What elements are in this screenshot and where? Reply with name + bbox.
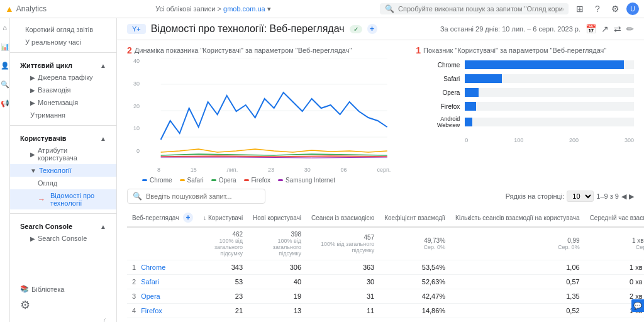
bar-label: Firefox bbox=[416, 103, 460, 110]
explore-icon[interactable]: 🔍 bbox=[1, 80, 9, 89]
col-users[interactable]: ↓ Користувачі bbox=[198, 209, 248, 227]
data-table: Веб-переглядач + ↓ Користувачі Нові кори… bbox=[127, 209, 644, 322]
people-icon[interactable]: 👤 bbox=[1, 61, 9, 70]
legend-item-chrome: Chrome bbox=[142, 177, 172, 184]
sidebar-item-traffic[interactable]: ▶ Джерела трафіку bbox=[10, 71, 116, 84]
bar-label: Chrome bbox=[416, 62, 460, 69]
legend-dot-safari bbox=[180, 179, 185, 181]
sidebar-item-short-overview[interactable]: Короткий огляд звітів bbox=[10, 23, 116, 36]
col-dimension: Веб-переглядач + bbox=[127, 209, 198, 227]
bar-fill bbox=[465, 118, 472, 126]
add-button[interactable]: + bbox=[367, 24, 377, 34]
y-axis: 40 30 20 10 0 bbox=[127, 58, 140, 154]
logo: ▲ Analytics bbox=[5, 4, 47, 14]
bar-fill bbox=[465, 60, 624, 69]
total-engagement: 49,73% Сер. 0% bbox=[379, 227, 450, 260]
bar-row-firefox: Firefox bbox=[416, 102, 634, 111]
sidebar-item-overview[interactable]: Огляд bbox=[10, 177, 116, 189]
compare-icon[interactable]: ⇄ bbox=[614, 24, 621, 34]
table-row: 1Chrome 343 306 363 53,54% 1,06 1 хв 57 … bbox=[127, 260, 644, 275]
table-row: 3Opera 23 19 31 42,47% 1,35 2 хв 13 с bbox=[127, 289, 644, 304]
charts-area: 2 Динаміка показника "Користувачі" за па… bbox=[117, 45, 644, 184]
bar-fill bbox=[465, 74, 502, 83]
collapse-button[interactable]: 〈 bbox=[10, 314, 116, 322]
sidebar-settings[interactable]: ⚙ bbox=[10, 296, 116, 314]
sidebar-item-technologies[interactable]: ▼ Технології bbox=[10, 164, 116, 177]
add-dimension-button[interactable]: + bbox=[183, 213, 193, 223]
domain-info: Усі облікові записи > gmob.com.ua ▾ bbox=[52, 5, 375, 13]
calendar-icon[interactable]: 📅 bbox=[586, 24, 596, 34]
search-icon: 🔍 bbox=[133, 192, 142, 201]
sidebar-item-label: Search Console bbox=[38, 235, 87, 242]
sidebar-category-lifecycle[interactable]: Життєвий цикл ▲ bbox=[10, 57, 116, 71]
grid-icon[interactable]: ⊞ bbox=[574, 3, 586, 15]
row-num: 3Opera bbox=[127, 289, 198, 304]
prev-page-icon[interactable]: ◀ bbox=[621, 192, 626, 201]
help-icon[interactable]: ? bbox=[591, 3, 604, 15]
sidebar-category-search-console[interactable]: Search Console ▲ bbox=[10, 218, 116, 232]
status-badge: ✓ bbox=[350, 25, 362, 33]
library-icon: 📚 bbox=[20, 285, 29, 293]
sidebar-item-user-attributes[interactable]: ▶ Атрибути користувача bbox=[10, 144, 116, 164]
share-icon[interactable]: ↗ bbox=[601, 24, 609, 34]
bar-axis: 0 100 200 300 bbox=[416, 137, 634, 143]
bar-track bbox=[465, 118, 634, 126]
bar-row-safari: Safari bbox=[416, 74, 634, 83]
line-chart: 40 30 20 10 0 bbox=[127, 58, 406, 167]
sidebar-library[interactable]: 📚 Бібліотека bbox=[10, 282, 116, 296]
total-sessions-per-user: 0,99 Сер. 0% bbox=[450, 227, 585, 260]
sidebar-item-label: Огляд bbox=[38, 179, 57, 187]
pagination-info: 1–9 з 9 bbox=[596, 192, 619, 200]
chart-left-label: 2 Динаміка показника "Користувачі" за па… bbox=[127, 45, 406, 55]
chart-icon[interactable]: 📊 bbox=[1, 42, 9, 51]
home-icon[interactable]: ⌂ bbox=[1, 23, 9, 32]
domain-dropdown[interactable]: ▾ bbox=[267, 5, 271, 13]
sidebar-item-label: Утримання bbox=[30, 111, 65, 119]
sidebar-item-retention[interactable]: Утримання bbox=[10, 109, 116, 121]
line-chart-svg bbox=[142, 58, 406, 165]
table-search-input[interactable] bbox=[146, 192, 260, 200]
bar-track bbox=[465, 88, 634, 97]
sidebar-divider-2 bbox=[10, 125, 116, 126]
chevron-right-icon: ▶ bbox=[30, 235, 35, 242]
sidebar-item-tech-details[interactable]: → Відомості про технології bbox=[10, 189, 116, 209]
row-num: 1Chrome bbox=[127, 260, 198, 275]
browser-link[interactable]: Firefox bbox=[141, 307, 162, 314]
total-users: 462 100% від загального підсумку bbox=[198, 227, 248, 260]
table-controls: 🔍 Рядків на сторінці: 10 25 50 1–9 з 9 ◀… bbox=[127, 189, 634, 204]
legend-item-opera: Opera bbox=[211, 177, 236, 184]
bar-fill bbox=[465, 88, 478, 97]
sidebar-item-interactions[interactable]: ▶ Взаємодія bbox=[10, 84, 116, 96]
chat-icon[interactable]: 💬 bbox=[631, 299, 644, 312]
bar-chart-container: 1 Показник "Користувачі" за параметром "… bbox=[416, 45, 634, 184]
sidebar-category-users[interactable]: Користувачів ▲ bbox=[10, 130, 116, 144]
browser-link[interactable]: Chrome bbox=[141, 264, 165, 271]
sidebar-item-monetization[interactable]: ▶ Монетизація bbox=[10, 96, 116, 109]
browser-link[interactable]: Safari bbox=[141, 278, 159, 286]
domain-link[interactable]: gmob.com.ua bbox=[223, 5, 265, 13]
row-num: 5Android Webview bbox=[127, 318, 198, 323]
next-page-icon[interactable]: ▶ bbox=[629, 192, 634, 201]
bar-chart: Chrome Safari Opera bbox=[416, 58, 634, 136]
legend-item-firefox: Firefox bbox=[244, 177, 271, 184]
avatar[interactable]: U bbox=[626, 3, 639, 15]
settings-icon[interactable]: ⚙ bbox=[609, 3, 621, 15]
table-row: 4Firefox 21 13 11 14,86% 0,52 1 хв 50 с bbox=[127, 304, 644, 318]
back-button[interactable]: Y+ bbox=[127, 24, 146, 34]
sidebar-item-search-console[interactable]: ▶ Search Console bbox=[10, 232, 116, 245]
legend-dot-opera bbox=[211, 179, 216, 181]
arrow-icon: → bbox=[38, 195, 45, 204]
legend-dot-firefox bbox=[244, 179, 249, 181]
total-sessions: 457 100% від загального підсумку bbox=[306, 227, 379, 260]
sidebar-divider-3 bbox=[10, 213, 116, 214]
bar-label: Safari bbox=[416, 75, 460, 82]
ads-icon[interactable]: 📢 bbox=[1, 99, 9, 108]
sidebar-item-realtime[interactable]: У реальному часі bbox=[10, 36, 116, 48]
rows-select[interactable]: 10 25 50 bbox=[567, 191, 594, 202]
page-title: Відомості про технології: Веб-переглядач… bbox=[151, 23, 377, 35]
edit-icon[interactable]: ✏ bbox=[626, 24, 634, 34]
app-name: Analytics bbox=[16, 4, 47, 13]
search-input[interactable] bbox=[398, 5, 564, 13]
browser-link[interactable]: Opera bbox=[141, 292, 160, 300]
top-bar: ▲ Analytics Усі облікові записи > gmob.c… bbox=[0, 0, 644, 18]
